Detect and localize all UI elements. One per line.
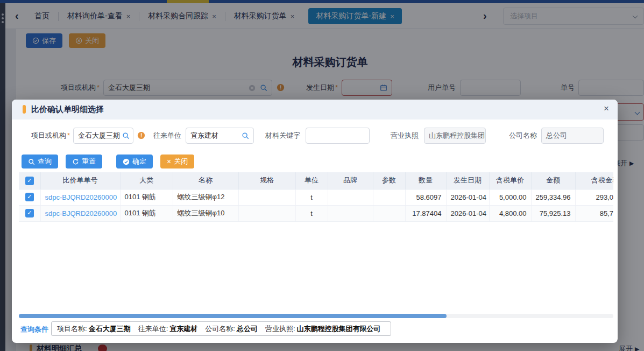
table-header-row: 比价单单号 大类 名称 规格 单位 品牌 参数 数量 发生日期 含税单价 金额 … xyxy=(19,172,613,189)
footer-key: 项目名称: xyxy=(57,324,87,334)
cell-param xyxy=(373,205,405,221)
search-icon xyxy=(28,158,35,165)
price-comparison-select-modal: 比价确认单明细选择 × 项目或机构* 金石大厦三期 往来单位 宜东建材 材料关键… xyxy=(12,100,618,343)
vendor-label: 往来单位 xyxy=(141,128,181,144)
cell-price: 4,800.00 xyxy=(489,205,531,221)
col-date: 发生日期 xyxy=(446,172,489,189)
modal-close-icon[interactable]: × xyxy=(604,103,609,114)
cell-amount: 259,334.96 xyxy=(531,189,575,205)
cell-qty: 58.6097 xyxy=(405,189,446,205)
reset-button-label: 重置 xyxy=(82,157,96,166)
modal-button-row: 查询 重置 确定 × 关闭 xyxy=(22,155,194,169)
cell-name: 螺纹三级钢φ12 xyxy=(173,189,238,205)
cell-spec xyxy=(238,189,295,205)
footer-key: 往来单位: xyxy=(138,324,168,334)
col-tax-amount: 含税金额 xyxy=(575,172,613,189)
reset-button[interactable]: 重置 xyxy=(66,155,102,169)
cell-qty: 17.87404 xyxy=(405,205,446,221)
col-brand: 品牌 xyxy=(328,172,373,189)
query-conditions-box: 项目名称:金石大厦三期 往来单位:宜东建材 公司名称:总公司 营业执照:山东鹏程… xyxy=(51,321,391,336)
cell-date: 2026-01-04 xyxy=(446,205,489,221)
modal-title-pill-icon xyxy=(23,105,26,114)
confirm-button[interactable]: 确定 xyxy=(116,155,153,169)
cell-date: 2026-01-04 xyxy=(446,189,489,205)
horizontal-scrollbar[interactable] xyxy=(19,314,613,318)
required-asterisk: * xyxy=(67,131,70,139)
cell-category: 0101 钢筋 xyxy=(120,205,173,221)
modal-close-button[interactable]: × 关闭 xyxy=(160,155,194,169)
col-name: 名称 xyxy=(173,172,238,189)
cell-category: 0101 钢筋 xyxy=(120,189,173,205)
order-no-link[interactable]: sdpc-BJQRD20260000 xyxy=(45,209,117,217)
company-field: 总公司 xyxy=(541,128,604,144)
cell-brand xyxy=(328,205,373,221)
license-value: 山东鹏程控股集团有限公司 xyxy=(429,131,486,141)
row-checkbox[interactable] xyxy=(25,193,34,201)
query-button-label: 查询 xyxy=(38,157,52,166)
footer-value: 宜东建材 xyxy=(169,324,197,334)
refresh-icon xyxy=(72,158,79,165)
modal-project-field[interactable]: 金石大厦三期 xyxy=(73,128,133,144)
modal-close-button-label: 关闭 xyxy=(174,157,188,166)
order-no-link[interactable]: sdpc-BJQRD20260000 xyxy=(45,193,117,201)
company-label: 公司名称 xyxy=(496,128,537,144)
screen: ‹ 首页 材料询价单-查看 × 材料采购合同跟踪 × 材料采购订货单 xyxy=(0,0,644,351)
check-circle-icon xyxy=(123,158,130,165)
col-spec: 规格 xyxy=(238,172,295,189)
license-label: 营业执照 xyxy=(378,128,419,144)
select-all-checkbox[interactable] xyxy=(25,177,34,185)
cell-unit: t xyxy=(295,205,328,221)
footer-key: 公司名称: xyxy=(205,324,235,334)
table-row[interactable]: sdpc-BJQRD20260000 0101 钢筋 螺纹三级钢φ12 t 58… xyxy=(19,189,613,205)
detail-table: 比价单单号 大类 名称 规格 单位 品牌 参数 数量 发生日期 含税单价 金额 … xyxy=(19,172,613,222)
cell-tax-amount: 85,795.39 xyxy=(575,205,613,221)
search-icon[interactable] xyxy=(122,132,130,139)
modal-header: 比价确认单明细选择 × xyxy=(12,100,618,120)
cell-unit: t xyxy=(295,189,328,205)
horizontal-scrollbar-thumb[interactable] xyxy=(19,314,447,318)
query-button[interactable]: 查询 xyxy=(22,155,58,169)
col-unit: 单位 xyxy=(295,172,328,189)
search-icon[interactable] xyxy=(242,132,249,139)
col-qty: 数量 xyxy=(405,172,446,189)
vendor-field[interactable]: 宜东建材 xyxy=(186,128,254,144)
col-param: 参数 xyxy=(373,172,405,189)
vendor-value: 宜东建材 xyxy=(190,131,239,141)
table-row[interactable]: sdpc-BJQRD20260000 0101 钢筋 螺纹三级钢φ10 t 17… xyxy=(19,205,613,221)
detail-table-wrap: 比价单单号 大类 名称 规格 单位 品牌 参数 数量 发生日期 含税单价 金额 … xyxy=(19,172,613,222)
cell-amount: 75,925.13 xyxy=(531,205,575,221)
cell-tax-amount: 293,048.50 xyxy=(575,189,613,205)
confirm-button-label: 确定 xyxy=(132,157,146,166)
cell-brand xyxy=(328,189,373,205)
col-price: 含税单价 xyxy=(489,172,531,189)
row-checkbox[interactable] xyxy=(25,209,34,217)
cell-price: 5,000.00 xyxy=(489,189,531,205)
col-order-no: 比价单单号 xyxy=(40,172,120,189)
modal-title: 比价确认单明细选择 xyxy=(31,104,104,115)
footer-value: 金石大厦三期 xyxy=(89,324,131,334)
modal-project-label: 项目或机构* xyxy=(12,128,70,144)
cell-spec xyxy=(238,205,295,221)
keyword-label: 材料关键字 xyxy=(254,128,300,144)
keyword-field[interactable] xyxy=(306,128,370,144)
modal-footer: 查询条件 项目名称:金石大厦三期 往来单位:宜东建材 公司名称:总公司 营业执照… xyxy=(12,320,618,343)
footer-value: 总公司 xyxy=(237,324,258,334)
footer-value: 山东鹏程控股集团有限公司 xyxy=(297,324,381,334)
col-amount: 金额 xyxy=(531,172,575,189)
col-category: 大类 xyxy=(120,172,173,189)
x-icon: × xyxy=(167,157,171,166)
modal-project-value: 金石大厦三期 xyxy=(78,131,120,141)
cell-param xyxy=(373,189,405,205)
license-field: 山东鹏程控股集团有限公司 xyxy=(424,128,486,144)
query-conditions-link[interactable]: 查询条件 xyxy=(20,325,48,334)
cell-name: 螺纹三级钢φ10 xyxy=(173,205,238,221)
company-value: 总公司 xyxy=(546,131,599,141)
footer-key: 营业执照: xyxy=(265,324,295,334)
